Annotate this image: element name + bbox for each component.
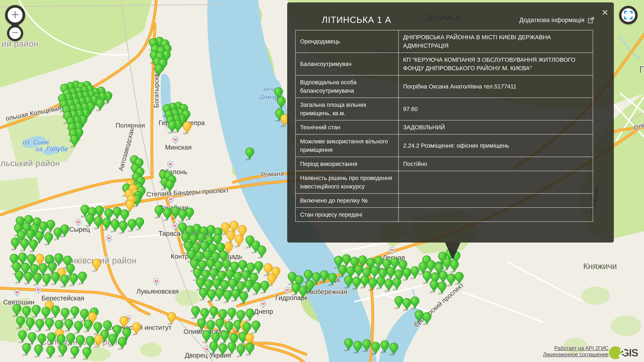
table-row: ОрендодавецьДНІПРОВСЬКА РАЙОННА В МІСТІ … [296, 30, 593, 53]
svg-text:М: М [174, 138, 177, 142]
table-row-value: КП "КЕРУЮЧА КОМПАНІЯ З ОБСЛУГОВУВАННЯ ЖИ… [398, 53, 593, 75]
fullscreen-icon [624, 11, 633, 19]
table-row-value [398, 208, 593, 222]
svg-text:М: М [169, 162, 172, 166]
popup-table-body: ОрендодавецьДНІПРОВСЬКА РАЙОННА В МІСТІ … [296, 30, 593, 222]
table-row-label: Орендодавець [296, 30, 398, 53]
table-row-value: Постійно [398, 157, 593, 171]
table-row-value: 97.60 [398, 98, 593, 120]
map-label: ільський район [0, 158, 60, 168]
table-row: Можливе використання вільного приміщення… [296, 134, 593, 157]
table-row: Відповідальна особа балансоутримувачаПог… [296, 75, 593, 98]
svg-text:М: М [16, 290, 19, 295]
license-link[interactable]: Лицензионное соглашение [543, 351, 608, 358]
svg-text:М: М [77, 220, 80, 224]
table-row-value: ДНІПРОВСЬКА РАЙОННА В МІСТІ КИЄВІ ДЕРЖАВ… [398, 30, 593, 53]
table-row: Наявність рішень про проведення інвестиц… [296, 171, 593, 193]
table-row-value [398, 193, 593, 208]
map-label: Княжичи [583, 261, 617, 271]
map-label: оз. Синє [22, 138, 49, 146]
table-row-label: Наявність рішень про проведення інвестиц… [296, 171, 398, 193]
2gis-logo[interactable]: 2 GIS [609, 346, 638, 359]
svg-text:М: М [205, 347, 208, 351]
table-row-value: ЗАДОВІЛЬНИЙ [398, 120, 593, 134]
table-row: Стан процесу передачі [296, 208, 593, 222]
external-link-icon [588, 17, 594, 23]
table-row: Включено до переліку № [296, 193, 593, 208]
table-row-label: Включено до переліку № [296, 193, 398, 208]
zoom-out-icon: − [12, 26, 18, 39]
metro-station-label: Лукьяновская [136, 288, 179, 295]
app-window: ий районільський районШевченківський рай… [0, 0, 644, 362]
popup-title: ЛІТИНСЬКА 1 А [322, 15, 391, 25]
map-label: П [639, 64, 644, 75]
table-row-label: Відповідальна особа балансоутримувача [296, 75, 398, 98]
svg-text:М: М [169, 197, 172, 201]
table-row-label: Балансоутримувач [296, 53, 398, 75]
property-table: ОрендодавецьДНІПРОВСЬКА РАЙОННА В МІСТІ … [295, 30, 593, 222]
table-row-label: Технічний стан [296, 120, 398, 134]
table-row: Загальна площа вільних приміщень, кв.м.9… [296, 98, 593, 120]
map-label: оз. Голубе [36, 145, 68, 153]
svg-text:М: М [391, 248, 394, 252]
table-row: Період використанняПостійно [296, 157, 593, 171]
map-label: ий район [2, 39, 38, 48]
metro-station-label: Днепр [254, 308, 273, 315]
more-info-link-label: Додаткова інформація [519, 16, 584, 24]
table-row-label: Стан процесу передачі [296, 208, 398, 222]
zoom-out-button[interactable]: − [7, 25, 23, 41]
table-row: Технічний станЗАДОВІЛЬНИЙ [296, 120, 593, 134]
svg-text:М: М [108, 236, 110, 240]
svg-text:М: М [174, 224, 177, 228]
api-link[interactable]: Работает на API 2ГИС [543, 345, 608, 351]
metro-station-label: Берестейская [42, 295, 84, 302]
table-row-label: Можливе використання вільного приміщення [296, 134, 398, 157]
table-row-value: Погрібна Оксана Анатоліївна тел.5177411 [398, 75, 593, 98]
table-row-label: Загальна площа вільних приміщень, кв.м. [296, 98, 398, 120]
table-row-value: 2.24.2 Розміщення: офісних приміщень [398, 134, 593, 157]
svg-text:М: М [155, 279, 158, 283]
table-row-value [398, 171, 593, 193]
property-info-popup: ЛІТИНСЬКА 1 А Додаткова інформація ✕ Оре… [287, 2, 614, 243]
table-row: БалансоутримувачКП "КЕРУЮЧА КОМПАНІЯ З О… [296, 53, 593, 75]
close-icon[interactable]: ✕ [602, 8, 608, 17]
zoom-in-button[interactable]: + [5, 5, 25, 25]
svg-text:М: М [37, 288, 40, 292]
metro-station-label: Минская [165, 144, 192, 151]
zoom-in-icon: + [11, 7, 19, 22]
attribution: Работает на API 2ГИС Лицензионное соглаш… [543, 345, 608, 358]
svg-text:М: М [286, 288, 289, 292]
2gis-logo-digit: 2 [619, 347, 625, 359]
table-row-label: Період використання [296, 157, 398, 171]
more-info-link[interactable]: Додаткова інформація [519, 16, 594, 24]
svg-text:М: М [262, 302, 265, 306]
2gis-logo-circle: 2 [609, 346, 622, 359]
fullscreen-button[interactable] [619, 6, 638, 24]
map-label: Полярная [116, 122, 145, 129]
